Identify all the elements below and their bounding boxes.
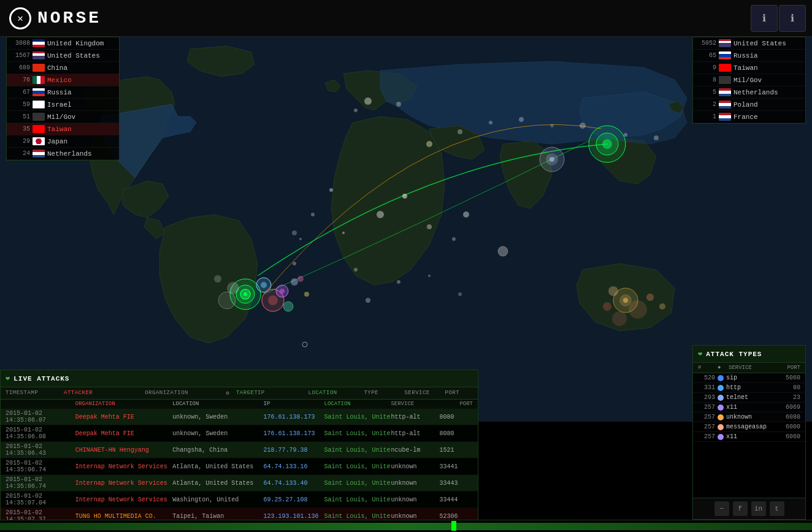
info-btn-1[interactable]: ℹ	[751, 5, 778, 32]
world-map	[0, 37, 812, 422]
svg-point-30	[624, 133, 627, 137]
svg-point-46	[498, 246, 508, 256]
svg-point-29	[580, 123, 586, 129]
targets-row[interactable]: 8 Mil/Gov	[693, 74, 805, 86]
sub-loc: LOCATION	[172, 401, 263, 407]
header: NORSE ℹ ℹ	[0, 0, 812, 37]
svg-point-11	[291, 278, 298, 286]
header-buttons: ℹ ℹ	[751, 5, 806, 32]
origins-row[interactable]: 1567 United States	[7, 50, 119, 62]
origins-row[interactable]: 24 Netherlands	[7, 148, 119, 160]
svg-point-52	[354, 268, 358, 272]
live-attack-row[interactable]: 2015-01-02 14:35:06.74 Internap Network …	[1, 475, 478, 492]
targets-row[interactable]: 2 Poland	[693, 99, 805, 111]
svg-point-37	[646, 294, 654, 301]
origins-row[interactable]: 67 Russia	[7, 86, 119, 99]
origins-row[interactable]: 51 Mil/Gov	[7, 111, 119, 123]
timeline-marker	[451, 521, 456, 531]
attack-types-header: ❤ ATTACK TYPES	[693, 346, 805, 363]
live-attack-row[interactable]: 2015-01-02 14:35:06.43 CHINANET-HN Hengy…	[1, 442, 478, 458]
svg-point-43	[427, 224, 432, 229]
svg-point-6	[261, 282, 267, 288]
svg-point-38	[659, 303, 665, 310]
type-row[interactable]: 257 x11 6060	[693, 432, 805, 442]
social-facebook[interactable]: f	[733, 501, 748, 516]
svg-point-21	[364, 97, 372, 105]
col-port: PORT	[445, 390, 473, 397]
svg-point-24	[426, 141, 432, 147]
svg-point-36	[608, 286, 618, 296]
col-target: TARGET	[236, 390, 258, 397]
types-title: ATTACK TYPES	[706, 351, 762, 358]
live-attack-row[interactable]: 2015-01-02 14:35:06.07 Deepak Mehta FIE …	[1, 409, 478, 425]
timeline[interactable]	[0, 520, 812, 532]
svg-point-49	[550, 157, 554, 162]
svg-point-25	[458, 129, 462, 134]
timeline-bar	[0, 523, 812, 530]
svg-point-14	[297, 276, 304, 282]
types-rows: 520 sip 5060 331 http 80 293 telnet 23 2…	[693, 373, 805, 442]
origins-row[interactable]: 29 Japan	[7, 135, 119, 148]
origins-row[interactable]: 689 China	[7, 62, 119, 74]
svg-point-35	[629, 300, 647, 319]
logo: NORSE	[0, 7, 110, 29]
svg-point-39	[612, 311, 627, 326]
sub-org: ORGANIZATION	[75, 401, 172, 407]
svg-point-16	[214, 275, 221, 283]
social-minus[interactable]: −	[714, 501, 729, 516]
svg-point-54	[397, 280, 400, 284]
svg-point-42	[377, 211, 384, 218]
svg-point-56	[458, 292, 462, 296]
social-linkedin[interactable]: in	[751, 501, 766, 516]
origins-row[interactable]: 35 Taiwan	[7, 123, 119, 135]
col-tloc: LOCATION	[308, 390, 364, 397]
svg-point-23	[354, 108, 358, 112]
type-row[interactable]: 520 sip 5060	[693, 373, 805, 383]
svg-point-17	[218, 292, 236, 309]
social-twitter[interactable]: t	[770, 501, 784, 516]
svg-point-22	[396, 102, 401, 107]
logo-icon	[9, 7, 31, 29]
targets-row[interactable]: 5 Netherlands	[693, 86, 805, 99]
attacks-sub-headers: ORGANIZATION LOCATION IP LOCATION SERVIC…	[1, 400, 478, 409]
svg-point-20	[602, 139, 612, 149]
origins-row[interactable]: 76 Mexico	[7, 74, 119, 86]
targets-row[interactable]: 5052 United States	[693, 37, 805, 50]
live-attacks-title: LIVE ATTACKS	[13, 375, 69, 382]
origins-row[interactable]: 3088 United Kingdom	[7, 37, 119, 50]
col-service: SERVICE	[404, 390, 445, 397]
types-col-port: PORT	[776, 365, 800, 371]
origins-row[interactable]: 59 Israel	[7, 99, 119, 111]
live-attack-row[interactable]: 2015-01-02 14:35:07.04 Internap Network …	[1, 492, 478, 508]
type-row[interactable]: 257 messageasap 6000	[693, 422, 805, 432]
type-row[interactable]: 257 x11 6069	[693, 403, 805, 412]
sub-ts	[6, 401, 75, 407]
svg-point-31	[654, 135, 659, 140]
col-ip: IP	[258, 390, 308, 397]
svg-point-44	[452, 237, 456, 241]
social-footer: − f in t	[693, 498, 805, 519]
svg-point-53	[366, 298, 370, 303]
sub-ip: IP	[264, 401, 324, 407]
svg-point-27	[519, 117, 524, 122]
attack-rows: 2015-01-02 14:35:06.07 Deepak Mehta FIE …	[1, 409, 478, 532]
svg-point-13	[304, 292, 309, 297]
live-attacks-header: ❤ LIVE ATTACKS	[1, 370, 478, 387]
types-col-headers: # ● SERVICE PORT	[693, 363, 805, 373]
type-row[interactable]: 293 telnet 23	[693, 393, 805, 403]
info-btn-2[interactable]: ℹ	[779, 5, 806, 32]
col-target-icon: ⚙	[226, 390, 236, 397]
svg-point-10	[280, 289, 285, 294]
targets-row[interactable]: 1 France	[693, 111, 805, 123]
type-row[interactable]: 331 http 80	[693, 383, 805, 393]
live-attack-row[interactable]: 2015-01-02 14:35:06.08 Deepak Mehta FIE …	[1, 425, 478, 442]
col-attacker: ATTACKER	[64, 390, 145, 397]
targets-row[interactable]: 65 Russia	[693, 50, 805, 62]
targets-rows: 5052 United States 65 Russia 9 Taiwan 8 …	[693, 37, 805, 123]
live-attack-row[interactable]: 2015-01-02 14:35:06.74 Internap Network …	[1, 458, 478, 475]
logo-text: NORSE	[37, 9, 101, 28]
col-type: TYPE	[364, 390, 404, 397]
type-row[interactable]: 257 unknown 6080	[693, 412, 805, 422]
svg-point-12	[283, 302, 293, 311]
targets-row[interactable]: 9 Taiwan	[693, 62, 805, 74]
